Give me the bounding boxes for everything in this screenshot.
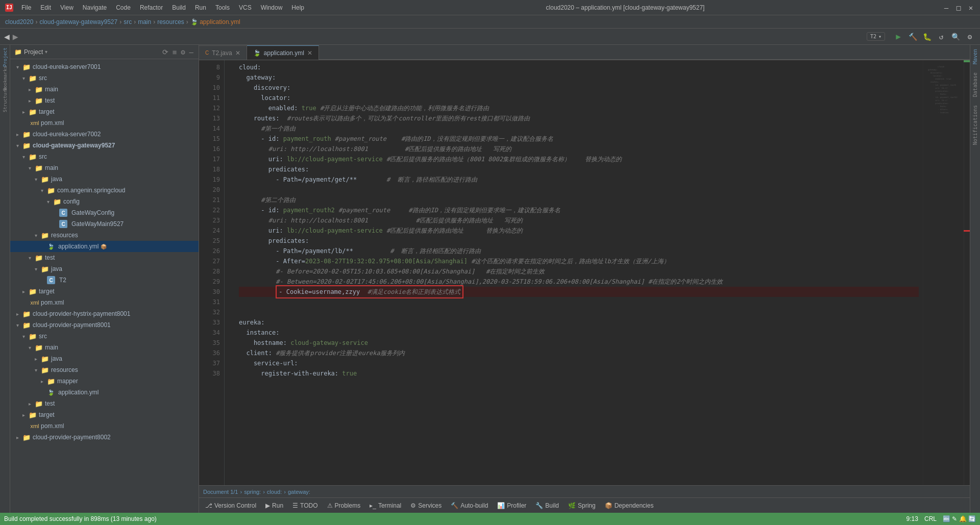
breadcrumb-spring[interactable]: spring: [244, 489, 261, 495]
menu-window[interactable]: Window [257, 3, 287, 12]
version-control-button[interactable]: ⎇ Version Control [201, 499, 260, 512]
run-bottom-label: Run [272, 502, 283, 509]
tree-item-eureka7001-target[interactable]: ▸ 📁 target [10, 106, 199, 117]
menu-file[interactable]: File [17, 3, 35, 12]
tab-application-yml[interactable]: 🍃 application.yml ✕ [247, 45, 319, 60]
dependencies-button[interactable]: 📦 Dependencies [601, 499, 658, 512]
breadcrumb-cloud2020[interactable]: cloud2020 [5, 18, 33, 26]
database-panel-button[interactable]: Database [971, 68, 979, 101]
breadcrumb-cloud[interactable]: cloud: [267, 489, 282, 495]
left-icon-structure[interactable]: Structure [1, 90, 9, 110]
auto-build-button[interactable]: 🔨 Auto-build [447, 499, 492, 512]
project-collapse-button[interactable]: ≡ [172, 47, 178, 57]
maximize-button[interactable]: □ [954, 4, 963, 12]
breadcrumb-gateway9527[interactable]: cloud-gateway-gateway9527 [39, 18, 117, 26]
settings-button[interactable]: ⚙ [964, 31, 976, 43]
code-line-26: - Path=/payment/lb/** # 断言，路径相匹配的进行路由 [239, 246, 919, 256]
tree-item-eureka7002[interactable]: ▸ 📁 cloud-eureka-server7002 [10, 129, 199, 140]
tree-item-gateway-target[interactable]: ▸ 📁 target [10, 286, 199, 297]
breadcrumb-main[interactable]: main [138, 18, 151, 26]
maven-panel-button[interactable]: Maven [971, 45, 979, 68]
tree-item-eureka7001[interactable]: ▾ 📁 cloud-eureka-server7001 [10, 61, 199, 72]
tree-item-eureka7001-main[interactable]: ▸ 📁 main [10, 84, 199, 95]
project-close-button[interactable]: — [188, 47, 194, 57]
tree-item-gateway9527-pkg[interactable]: ▾ 📁 com.angenin.springcloud [10, 185, 199, 196]
tree-item-payment8001-java[interactable]: ▸ 📁 java [10, 353, 199, 364]
tree-item-payment8001-resources[interactable]: ▾ 📁 resources [10, 364, 199, 376]
run-bottom-button[interactable]: ▶ Run [261, 499, 287, 512]
breadcrumb-file[interactable]: 🍃 application.yml [190, 18, 240, 26]
problems-label: Problems [335, 502, 361, 509]
tree-item-test[interactable]: ▾ 📁 test [10, 252, 199, 263]
tree-item-eureka7001-test[interactable]: ▸ 📁 test [10, 95, 199, 106]
nav-back-button[interactable]: ◀ [4, 31, 10, 42]
breadcrumb-src[interactable]: src [124, 18, 132, 26]
tree-item-payment8001-main[interactable]: ▾ 📁 main [10, 342, 199, 353]
tab-t2java[interactable]: C T2.java ✕ [199, 45, 247, 60]
branch-selector[interactable]: T2 ▾ [867, 32, 885, 41]
menu-code[interactable]: Code [112, 3, 135, 12]
tree-item-payment8001-pom[interactable]: xml pom.xml [10, 420, 199, 432]
left-icon-project[interactable]: Project [1, 47, 9, 67]
tree-item-payment8001[interactable]: ▾ 📁 cloud-provider-payment8001 [10, 319, 199, 331]
breadcrumb-resources[interactable]: resources [157, 18, 184, 26]
tree-item-gateway9527-main[interactable]: ▾ 📁 main [10, 162, 199, 173]
tree-item-eureka7001-src[interactable]: ▾ 📁 src [10, 72, 199, 84]
minimize-button[interactable]: — [942, 4, 950, 12]
tab-t2java-close[interactable]: ✕ [235, 49, 240, 57]
tree-item-application-yml[interactable]: 🍃 application.yml 📦 [10, 241, 199, 252]
tree-item-gateway9527[interactable]: ▾ 📁 cloud-gateway-gateway9527 [10, 140, 199, 151]
menu-vcs[interactable]: VCS [235, 3, 256, 12]
notifications-panel-button[interactable]: Notifications [971, 101, 979, 149]
menu-view[interactable]: View [56, 3, 78, 12]
profiler-button[interactable]: 📊 Profiler [493, 499, 530, 512]
menu-help[interactable]: Help [287, 3, 308, 12]
search-button[interactable]: 🔍 [949, 31, 962, 43]
menu-refactor[interactable]: Refactor [136, 3, 167, 12]
tree-item-gatewaycfg[interactable]: C GateWayConfig [10, 207, 199, 218]
menu-run[interactable]: Run [191, 3, 210, 12]
tree-item-gateway-pom[interactable]: xml pom.xml [10, 297, 199, 308]
run-button[interactable]: ▶ [892, 31, 904, 43]
terminal-button[interactable]: ▸_ Terminal [365, 499, 405, 512]
tree-item-payment8001-mapper[interactable]: ▸ 📁 mapper [10, 376, 199, 387]
project-settings-button[interactable]: ⚙ [180, 47, 186, 57]
build-button[interactable]: 🔨 [906, 31, 919, 43]
project-sync-button[interactable]: ⟳ [161, 47, 169, 57]
spring-button[interactable]: 🌿 Spring [564, 499, 600, 512]
menu-navigate[interactable]: Navigate [79, 3, 111, 12]
tree-item-eureka7001-pom[interactable]: xml pom.xml [10, 117, 199, 129]
build-bottom-button[interactable]: 🔧 Build [531, 499, 563, 512]
breadcrumb-gateway[interactable]: gateway: [288, 489, 310, 495]
tree-item-test-java[interactable]: ▾ 📁 java [10, 263, 199, 274]
tree-item-gateway9527-config[interactable]: ▾ 📁 config [10, 196, 199, 207]
left-icon-bookmarks[interactable]: Bookmarks [1, 68, 9, 89]
tree-item-resources[interactable]: ▾ 📁 resources [10, 230, 199, 241]
editor-tabs: C T2.java ✕ 🍃 application.yml ✕ [199, 45, 970, 60]
auto-build-icon: 🔨 [451, 502, 458, 509]
debug-button[interactable]: 🐛 [921, 31, 933, 43]
tree-item-payment8001-yml[interactable]: 🍃 application.yml [10, 387, 199, 398]
tree-item-payment8001-target[interactable]: ▸ 📁 target [10, 409, 199, 420]
services-button[interactable]: ⚙ Services [406, 499, 446, 512]
reload-button[interactable]: ↺ [935, 31, 947, 43]
tree-item-gatewaymain[interactable]: C GateWayMain9527 [10, 218, 199, 230]
close-button[interactable]: ✕ [967, 4, 975, 12]
tree-item-payment8001-src[interactable]: ▾ 📁 src [10, 331, 199, 342]
todo-button[interactable]: ☰ TODO [288, 499, 322, 512]
tree-item-hystrix8001[interactable]: ▸ 📁 cloud-provider-hystrix-payment8001 [10, 308, 199, 319]
menu-build[interactable]: Build [168, 3, 190, 12]
problems-button[interactable]: ⚠ Problems [323, 499, 365, 512]
tree-item-payment8002[interactable]: ▸ 📁 cloud-provider-payment8002 [10, 432, 199, 443]
code-line-8: cloud: [239, 62, 919, 72]
menu-tools[interactable]: Tools [211, 3, 234, 12]
nav-forward-button[interactable]: ▶ [13, 31, 18, 42]
code-line-9: gateway: [239, 72, 919, 83]
tree-item-gateway9527-src[interactable]: ▾ 📁 src [10, 151, 199, 162]
code-editor[interactable]: cloud: gateway: discovery: locator: enab… [235, 60, 923, 485]
tree-item-gateway9527-java[interactable]: ▾ 📁 java [10, 173, 199, 185]
tree-item-payment8001-test[interactable]: ▸ 📁 test [10, 398, 199, 409]
menu-edit[interactable]: Edit [36, 3, 55, 12]
tree-item-t2[interactable]: C T2 [10, 274, 199, 286]
tab-application-yml-close[interactable]: ✕ [307, 49, 312, 57]
